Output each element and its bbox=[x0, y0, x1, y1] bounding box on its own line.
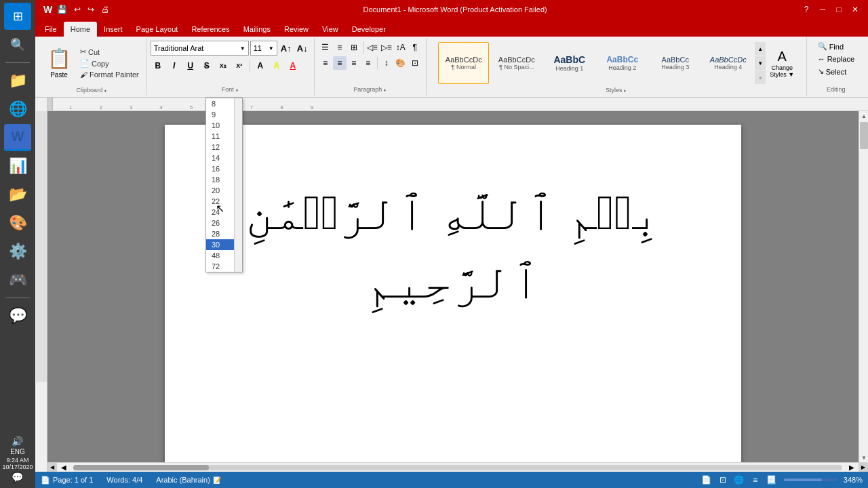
paragraph-expand-icon[interactable]: ⬧ bbox=[383, 87, 387, 93]
tab-file[interactable]: File bbox=[38, 22, 64, 37]
full-screen-btn[interactable]: ⊡ bbox=[716, 474, 730, 486]
language-status[interactable]: Arabic (Bahrain) 📝 bbox=[156, 476, 220, 484]
font-size-dropdown-arrow[interactable]: ▼ bbox=[269, 45, 274, 52]
edge-icon[interactable]: 🌐 bbox=[4, 96, 31, 123]
numbering-btn[interactable]: ≡ bbox=[333, 41, 347, 54]
font-expand-icon[interactable]: ⬧ bbox=[235, 87, 239, 93]
zoom-level[interactable]: 348% bbox=[844, 476, 863, 484]
file-explorer-icon[interactable]: 📁 bbox=[4, 67, 31, 94]
copy-button[interactable]: 📄 Copy bbox=[77, 58, 142, 68]
font-size-dropdown[interactable]: 8 9 10 11 12 14 16 18 20 22 24 26 28 30 … bbox=[205, 98, 243, 272]
scroll-down-btn[interactable]: ▼ bbox=[859, 453, 868, 462]
settings-icon[interactable]: ⚙️ bbox=[4, 238, 31, 265]
help-btn[interactable]: ? bbox=[799, 2, 814, 17]
tab-mailings[interactable]: Mailings bbox=[237, 22, 277, 37]
tab-insert[interactable]: Insert bbox=[97, 22, 130, 37]
tab-review[interactable]: Review bbox=[277, 22, 315, 37]
format-painter-button[interactable]: 🖌 Format Painter bbox=[77, 70, 142, 79]
font-name-dropdown-arrow[interactable]: ▼ bbox=[240, 45, 245, 52]
style-gallery-more[interactable]: ⬦ bbox=[755, 70, 766, 84]
document-content[interactable]: بِسۡمِ ٱللَّهِ ٱلرَّحۡمَٰنِ ٱلرَّحِيمِ bbox=[219, 179, 687, 316]
tab-page-layout[interactable]: Page Layout bbox=[130, 22, 185, 37]
align-left-btn[interactable]: ≡ bbox=[319, 56, 332, 70]
dropdown-scrollbar[interactable] bbox=[234, 98, 242, 272]
font-name-input[interactable]: Traditional Arat ▼ bbox=[151, 41, 249, 56]
outline-btn[interactable]: ≡ bbox=[749, 474, 762, 486]
h-scroll-track[interactable] bbox=[73, 465, 842, 470]
tab-developer[interactable]: Developer bbox=[345, 22, 393, 37]
replace-button[interactable]: ↔ Replace bbox=[815, 54, 857, 64]
scroll-thumb[interactable] bbox=[860, 122, 868, 149]
redo-qa-btn[interactable]: ↪ bbox=[85, 3, 96, 16]
text-highlight-btn[interactable]: A bbox=[269, 58, 284, 73]
style-no-spacing[interactable]: AaBbCcDc ¶ No Spaci... bbox=[491, 42, 542, 84]
font-color-btn[interactable]: A bbox=[285, 58, 300, 73]
h-scroll-thumb[interactable] bbox=[73, 465, 209, 470]
tab-home[interactable]: Home bbox=[64, 22, 97, 37]
strikethrough-btn[interactable]: S bbox=[199, 58, 214, 73]
paste-button[interactable]: 📋 Paste bbox=[42, 45, 76, 81]
nav-collapse-left[interactable]: ◀ bbox=[47, 463, 57, 472]
underline-btn[interactable]: U bbox=[183, 58, 198, 73]
bullets-btn[interactable]: ☰ bbox=[319, 41, 332, 54]
bold-btn[interactable]: B bbox=[151, 58, 165, 73]
line-spacing-btn[interactable]: ↕ bbox=[380, 56, 393, 70]
increase-indent-btn[interactable]: ▷≡ bbox=[380, 41, 393, 54]
decrease-indent-btn[interactable]: ◁≡ bbox=[366, 41, 379, 54]
scroll-up-btn[interactable]: ▲ bbox=[859, 111, 868, 121]
borders-btn[interactable]: ⊡ bbox=[408, 56, 422, 70]
style-heading2[interactable]: AaBbCc Heading 2 bbox=[597, 42, 648, 84]
subscript-btn[interactable]: X₂ bbox=[216, 58, 231, 73]
folder-icon[interactable]: 📂 bbox=[4, 181, 31, 208]
paint-icon[interactable]: 🎨 bbox=[4, 209, 31, 237]
style-heading3[interactable]: AaBbCc Heading 3 bbox=[650, 42, 701, 84]
zoom-slider[interactable] bbox=[784, 479, 838, 481]
document-area[interactable]: بِسۡمِ ٱللَّهِ ٱلرَّحۡمَٰنِ ٱلرَّحِيمِ bbox=[47, 111, 859, 462]
search-taskbar[interactable]: 🔍 bbox=[4, 31, 31, 58]
horizontal-scrollbar[interactable]: ◀ ◀ ▶ ▶ bbox=[47, 462, 868, 472]
print-layout-btn[interactable]: 📄 bbox=[700, 474, 713, 486]
draft-btn[interactable]: 📃 bbox=[765, 474, 778, 486]
vertical-scrollbar[interactable]: ▲ ▼ bbox=[859, 111, 868, 462]
cut-button[interactable]: ✂ Cut bbox=[77, 47, 142, 57]
notifications-icon[interactable]: 💬 bbox=[12, 472, 23, 483]
styles-expand-icon[interactable]: ⬧ bbox=[623, 87, 627, 94]
superscript-btn[interactable]: X² bbox=[232, 58, 247, 73]
tab-view[interactable]: View bbox=[315, 22, 345, 37]
sort-btn[interactable]: ↕A bbox=[394, 41, 408, 54]
save-qa-btn[interactable]: 💾 bbox=[55, 3, 69, 16]
show-formatting-btn[interactable]: ¶ bbox=[408, 41, 422, 54]
align-center-btn[interactable]: ≡ bbox=[333, 56, 347, 70]
increase-font-btn[interactable]: A↑ bbox=[279, 41, 294, 56]
nav-collapse-right[interactable]: ▶ bbox=[859, 463, 868, 472]
style-heading1[interactable]: AaBbC Heading 1 bbox=[544, 42, 595, 84]
h-scroll-right[interactable]: ▶ bbox=[845, 464, 859, 471]
undo-qa-btn[interactable]: ↩ bbox=[72, 3, 83, 16]
chat-icon[interactable]: 💬 bbox=[4, 302, 31, 329]
web-layout-btn[interactable]: 🌐 bbox=[732, 474, 746, 486]
clipboard-expand-icon[interactable]: ⬧ bbox=[104, 87, 107, 94]
italic-btn[interactable]: I bbox=[167, 58, 182, 73]
tab-references[interactable]: References bbox=[184, 22, 236, 37]
excel-icon[interactable]: 📊 bbox=[4, 152, 31, 180]
justify-btn[interactable]: ≡ bbox=[361, 56, 375, 70]
print-qa-btn[interactable]: 🖨 bbox=[99, 3, 111, 16]
volume-icon[interactable]: 🔊 bbox=[12, 436, 23, 447]
start-button[interactable]: ⊞ bbox=[4, 3, 31, 30]
find-button[interactable]: 🔍 Find bbox=[815, 41, 857, 52]
font-size-input[interactable]: 11 ▼ bbox=[250, 41, 277, 56]
shading-btn[interactable]: 🎨 bbox=[394, 56, 408, 70]
h-scroll-left[interactable]: ◀ bbox=[57, 464, 71, 471]
minimize-btn[interactable]: ─ bbox=[815, 2, 830, 17]
select-button[interactable]: ↘ Select bbox=[815, 66, 857, 77]
decrease-font-btn[interactable]: A↓ bbox=[295, 41, 310, 56]
style-normal[interactable]: AaBbCcDc ¶ Normal bbox=[438, 42, 489, 84]
style-gallery-down[interactable]: ▼ bbox=[755, 56, 766, 70]
multilevel-btn[interactable]: ⊞ bbox=[347, 41, 361, 54]
align-right-btn[interactable]: ≡ bbox=[347, 56, 361, 70]
text-effects-btn[interactable]: A bbox=[253, 58, 268, 73]
word-icon[interactable]: W bbox=[4, 124, 31, 151]
change-styles-btn[interactable]: A ChangeStyles ▼ bbox=[770, 49, 794, 78]
game-icon[interactable]: 🎮 bbox=[4, 266, 31, 293]
close-btn[interactable]: ✕ bbox=[848, 2, 863, 17]
